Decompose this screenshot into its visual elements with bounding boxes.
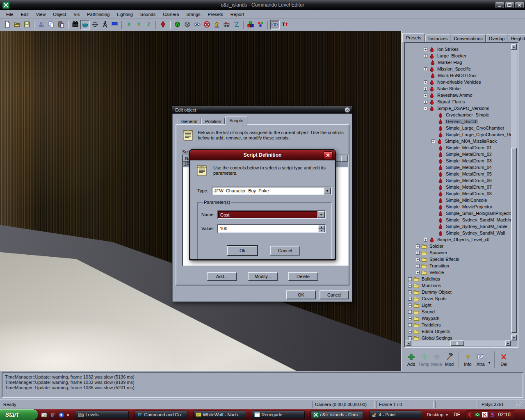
tree-item-transition[interactable]: +Transition [416,262,511,269]
tree-expander-icon[interactable]: + [408,317,412,320]
minimize-button[interactable] [495,2,504,8]
tree-expander-icon[interactable]: + [416,258,420,261]
tree-expander-icon[interactable]: + [424,54,427,58]
solid-cube-button[interactable] [173,20,182,30]
make-preset-button[interactable]: Make [430,351,443,369]
type-dropdown-icon[interactable]: ▼ [324,187,331,194]
tree-item-special-effects[interactable]: +Special Effects [416,256,511,262]
edit-object-ok-button[interactable]: OK [286,290,316,299]
menu-camera[interactable]: Camera [159,11,183,18]
temp-preset-button[interactable]: Temp [418,351,430,369]
script-type-combobox[interactable]: JFW_Character_Buy_Poke ▼ [212,187,332,195]
menu-lighting[interactable]: Lighting [113,11,137,18]
tab-heightfield[interactable]: Heightfield [508,34,525,42]
save-button[interactable] [22,20,32,30]
tree-expander-icon[interactable]: + [424,67,427,71]
resize-grip[interactable] [518,402,523,407]
script-definition-cancel-button[interactable]: Cancel [270,246,300,256]
new-file-button[interactable] [2,20,12,30]
tree-item-cryochamber-simple[interactable]: Cryochamber_Simple [431,112,511,118]
task-levels[interactable]: Levels [76,411,129,419]
delete-script-button[interactable]: Delete [288,272,318,281]
tree-horizontal-scrollbar[interactable]: ◄ ► [406,340,511,346]
menu-report[interactable]: Report [227,11,248,18]
scroll-up-button[interactable]: ▲ [511,44,517,50]
tree-expander-icon[interactable]: + [424,100,427,104]
polygon-tool-button[interactable] [232,20,241,30]
tree-item-simple-metaldrum-06[interactable]: Simple_MetalDrum_06 [431,177,511,184]
tree-item-simple-dsapo-versions[interactable]: -Simple_DSAPO_Versions [424,105,511,112]
parameter-value-input[interactable]: 100 ▲ ▼ [217,224,326,233]
tree-item-cover-spots[interactable]: +Cover Spots [408,295,511,302]
axis-y-button[interactable]: Y [134,20,144,30]
movie-camera-button[interactable] [71,20,80,30]
script-definition-ok-button[interactable]: Ok [227,246,258,256]
tree-expander-icon[interactable]: + [431,139,435,143]
tree-item-generic-switch[interactable]: Generic_Switch [431,118,511,125]
scroll-left-button[interactable]: ◄ [406,340,411,346]
tree-expander-icon[interactable]: + [424,48,427,51]
horizontal-scroll-thumb[interactable] [450,340,464,346]
wire-cube-button[interactable] [183,20,192,30]
tree-expander-icon[interactable]: + [408,277,412,281]
tree-item-mock-honod-door[interactable]: Mock HoNOD Door [424,72,511,79]
view-box-button[interactable] [270,20,280,30]
menu-pathfinding[interactable]: Pathfinding [83,11,113,18]
desktop-chevron-icon[interactable]: » [446,413,448,417]
tree-item-munitions[interactable]: +Munitions [408,282,511,289]
text-label-button[interactable]: T [280,20,290,30]
del-preset-button[interactable]: Del [498,351,510,369]
info-preset-button[interactable]: ?Info [461,351,474,369]
tree-item-buildings[interactable]: +Buildings [408,276,511,282]
tree-expander-icon[interactable]: + [416,244,420,248]
tree-item-light[interactable]: +Light [408,302,511,308]
raise-object-button[interactable] [212,20,221,30]
quicklaunch-ie-icon[interactable]: e [50,412,56,418]
tree-expander-icon[interactable]: + [408,290,412,294]
xtra-dropdown-icon[interactable]: ▼ [488,361,491,365]
language-indicator[interactable]: DE [454,412,461,418]
tree-expander-icon[interactable]: + [424,80,427,84]
tree-item-raveshaw-ammo[interactable]: +Raveshaw Ammo [424,92,511,98]
tab-instances[interactable]: Instances [425,34,450,42]
tree-item-simple-sydney-sandm-wall[interactable]: Simple_Sydney_SandM_Wall [431,230,511,236]
tree-item-sound[interactable]: +Sound [408,308,511,315]
tree-item-simple-sydney-sandm-table[interactable]: Simple_Sydney_SandM_Table [431,223,511,230]
quicklaunch-media-icon[interactable] [58,412,64,418]
parameter-name-combobox[interactable]: Cost ▼ [217,210,326,219]
tree-expander-icon[interactable]: + [424,87,427,91]
modify-script-button[interactable]: Modify... [248,272,278,281]
object-select-button[interactable] [80,20,90,30]
desktop-toolbar[interactable]: Desktop » [427,412,448,417]
tree-item-simple-metaldrum-04[interactable]: Simple_MetalDrum_04 [431,164,511,171]
tree-item-waypath[interactable]: +Waypath [408,315,511,322]
tree-item-simple-metaldrum-05[interactable]: Simple_MetalDrum_05 [431,171,511,177]
tree-item-nuke-strike[interactable]: +Nuke Strike [424,85,511,92]
tree-expander-icon[interactable]: + [424,238,427,242]
edit-tab-position[interactable]: Position [201,118,225,125]
tree-item-simple-large-cryochamber-destr[interactable]: Simple_Large_CryoChamber_Destr [431,131,511,138]
tree-item-simple-m04-missilerack[interactable]: +Simple_M04_MissileRack [431,138,511,144]
tree-item-editor-objects[interactable]: +Editor Objects [408,328,511,335]
menu-strings[interactable]: Strings [183,11,204,18]
tree-item-ion-strikes[interactable]: +Ion Strikes [424,46,511,52]
color-squares-button[interactable] [256,20,265,30]
axis-x-button[interactable]: X [124,20,134,30]
edit-tab-general[interactable]: General [178,118,201,125]
tree-item-soldier[interactable]: +Soldier [416,243,511,249]
tree-item-marker-flag[interactable]: Marker Flag [424,59,511,66]
open-folder-button[interactable] [12,20,22,30]
tree-item-simple-miniconsole[interactable]: Simple_MiniConsole [431,197,511,203]
tree-item-simple-metaldrum-03[interactable]: Simple_MetalDrum_03 [431,158,511,164]
close-button[interactable] [515,2,524,8]
cut-button[interactable] [37,20,46,30]
tree-item-simple-metaldrum-02[interactable]: Simple_MetalDrum_02 [431,151,511,158]
tree-expander-icon[interactable]: + [416,264,420,268]
edit-object-title-bar[interactable]: Edit object [172,106,352,114]
xtra-preset-button[interactable]: Xtra [474,351,487,369]
add-preset-button[interactable]: Add [405,351,418,369]
scroll-down-button[interactable]: ▼ [511,335,517,340]
tree-item-simple-objects-level-x0[interactable]: +Simple_Objects_Level_x0 [424,236,511,243]
tree-expander-icon[interactable]: + [408,284,412,288]
task-command-and-co[interactable]: eCommand and Co... [135,411,187,419]
